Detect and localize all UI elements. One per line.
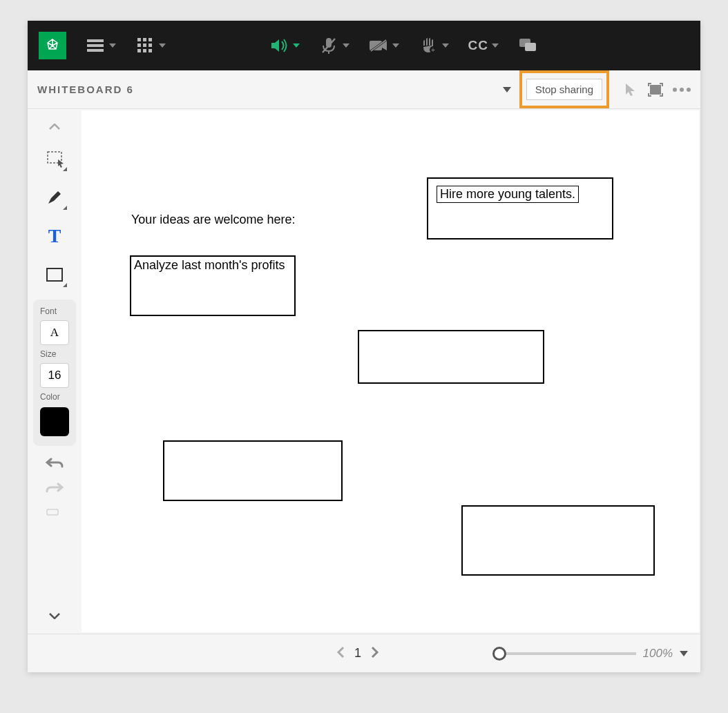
- chevron-right-icon: [371, 646, 379, 658]
- marker-icon: [46, 188, 64, 206]
- svg-rect-5: [149, 38, 152, 41]
- undo-icon: [46, 457, 64, 469]
- idea-box-4[interactable]: [163, 440, 343, 501]
- idea-box-2[interactable]: Hire more young talents.: [427, 177, 613, 240]
- prev-page-button[interactable]: [336, 645, 345, 663]
- chevron-down-icon: [49, 612, 60, 619]
- camera-off-icon: [369, 37, 388, 54]
- zoom-control: 100%: [498, 647, 688, 661]
- svg-rect-0: [87, 39, 104, 42]
- history-controls: [46, 457, 64, 519]
- svg-text:+: +: [431, 46, 435, 54]
- tool-sidebar: T Font A Size 16 Color: [28, 109, 82, 634]
- undo-button[interactable]: [46, 457, 64, 472]
- svg-rect-2: [87, 49, 104, 52]
- chevron-down-icon: [392, 43, 399, 48]
- raise-hand-button[interactable]: +: [419, 37, 449, 54]
- chevron-left-icon: [336, 646, 345, 658]
- text-icon: T: [48, 225, 61, 247]
- page-number: 1: [354, 646, 361, 661]
- chevron-down-icon: [109, 43, 116, 48]
- camera-button[interactable]: [369, 37, 399, 54]
- clear-icon: [46, 508, 59, 516]
- whiteboard-canvas[interactable]: Your ideas are welcome here: Analyze las…: [82, 110, 699, 632]
- zoom-percentage: 100%: [643, 647, 673, 661]
- svg-rect-6: [137, 43, 141, 47]
- zoom-dropdown[interactable]: [680, 651, 688, 656]
- color-swatch[interactable]: [40, 407, 69, 436]
- footer-bar: 1 100%: [28, 634, 700, 672]
- chevron-down-icon: [293, 43, 300, 48]
- stop-sharing-highlight: Stop sharing: [519, 70, 609, 108]
- pointer-icon: [623, 82, 638, 97]
- speaker-icon: [269, 37, 289, 54]
- fullscreen-button[interactable]: [646, 81, 664, 99]
- dot-icon: [687, 88, 691, 92]
- zoom-handle[interactable]: [492, 647, 506, 661]
- idea-box-3[interactable]: [358, 330, 544, 384]
- redo-icon: [46, 482, 64, 494]
- marker-tool[interactable]: [39, 182, 70, 213]
- idea-box-1-text: Analyze last month's profits: [134, 258, 285, 273]
- shape-tool[interactable]: [39, 260, 70, 290]
- pod-header: WHITEBOARD 6 Stop sharing: [28, 70, 700, 109]
- microphone-muted-icon: [319, 37, 338, 54]
- dot-icon: [680, 88, 684, 92]
- select-tool[interactable]: [39, 144, 70, 174]
- scroll-down-button[interactable]: [41, 606, 68, 625]
- more-options-button[interactable]: [673, 88, 691, 92]
- pointer-button[interactable]: [622, 81, 640, 99]
- svg-rect-9: [137, 49, 141, 52]
- fullscreen-icon: [648, 83, 663, 97]
- menu-icon: [86, 37, 105, 54]
- select-icon: [46, 150, 64, 168]
- svg-rect-11: [149, 49, 152, 52]
- chat-button[interactable]: [518, 37, 537, 54]
- layout-button[interactable]: [135, 37, 166, 54]
- zoom-slider[interactable]: [498, 652, 636, 655]
- chevron-down-icon: [492, 43, 499, 48]
- text-tool[interactable]: T: [39, 221, 70, 251]
- top-toolbar: + CC: [28, 21, 700, 70]
- app-window: + CC WHITEBOARD 6 Stop sharing: [28, 21, 700, 672]
- clear-button[interactable]: [46, 507, 64, 519]
- chevron-down-icon: [159, 43, 166, 48]
- size-input[interactable]: 16: [40, 363, 69, 388]
- main-area: T Font A Size 16 Color: [28, 109, 700, 634]
- menu-button[interactable]: [86, 37, 116, 54]
- idea-box-2-text: Hire more young talents.: [437, 186, 579, 203]
- size-label: Size: [40, 349, 56, 359]
- chat-icon: [518, 37, 537, 54]
- chevron-down-icon: [343, 43, 349, 48]
- text-properties-panel: Font A Size 16 Color: [33, 300, 76, 446]
- svg-rect-8: [149, 43, 152, 47]
- rectangle-icon: [46, 268, 63, 282]
- app-logo[interactable]: [39, 32, 66, 59]
- svg-rect-24: [47, 509, 58, 515]
- svg-rect-3: [137, 38, 141, 41]
- chevron-up-icon: [49, 124, 60, 130]
- chevron-down-icon: [442, 43, 449, 48]
- grid-icon: [135, 37, 155, 54]
- raise-hand-icon: +: [419, 37, 438, 54]
- svg-rect-23: [47, 268, 62, 281]
- microphone-button[interactable]: [319, 37, 349, 54]
- page-navigator: 1: [336, 645, 379, 663]
- svg-rect-7: [143, 43, 146, 47]
- title-dropdown[interactable]: [503, 87, 511, 92]
- speaker-button[interactable]: [269, 37, 300, 54]
- prompt-text: Your ideas are welcome here:: [131, 213, 295, 227]
- svg-rect-20: [525, 43, 536, 51]
- idea-box-5[interactable]: [461, 505, 655, 576]
- closed-captions-button[interactable]: CC: [468, 37, 499, 54]
- font-label: Font: [40, 306, 57, 316]
- next-page-button[interactable]: [371, 645, 379, 663]
- svg-rect-21: [650, 85, 661, 95]
- font-selector[interactable]: A: [40, 320, 69, 345]
- stop-sharing-button[interactable]: Stop sharing: [526, 79, 602, 100]
- whiteboard-title: WHITEBOARD 6: [37, 84, 503, 95]
- redo-button[interactable]: [46, 482, 64, 497]
- dot-icon: [673, 88, 677, 92]
- idea-box-1[interactable]: Analyze last month's profits: [130, 255, 296, 316]
- scroll-up-button[interactable]: [41, 117, 68, 137]
